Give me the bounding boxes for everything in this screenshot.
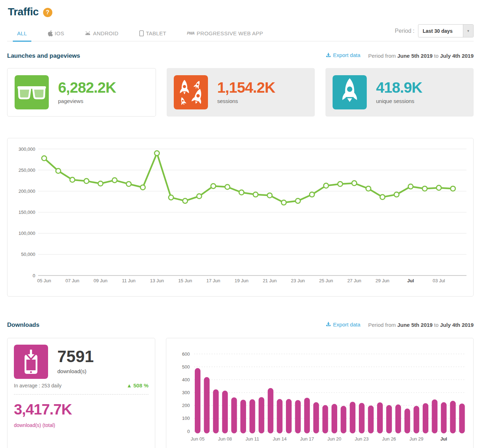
svg-text:11 Jun: 11 Jun — [122, 278, 135, 283]
page-title: Traffic — [8, 6, 39, 18]
svg-text:19 Jun: 19 Jun — [235, 278, 249, 283]
section-title: Downloads — [7, 321, 40, 329]
tablet-icon — [139, 30, 144, 36]
tab-bar: ALL IOS ANDROID — [7, 24, 474, 41]
android-icon — [85, 31, 91, 36]
sessions-card: 1,154.2K sessions — [167, 68, 315, 117]
downloads-delta-badge: ▲ 508 % — [126, 382, 148, 388]
sessions-value: 1,154.2K — [217, 80, 275, 95]
svg-text:27 Jun: 27 Jun — [347, 278, 361, 283]
svg-text:09 Jun: 09 Jun — [94, 278, 108, 283]
period-select-value: Last 30 days — [418, 25, 463, 37]
svg-text:Jun 29: Jun 29 — [409, 436, 423, 442]
period-label: Period : — [395, 28, 414, 34]
downloads-average: In average : 253 daily — [14, 383, 62, 388]
svg-text:13 Jun: 13 Jun — [150, 278, 164, 283]
svg-text:Jun 14: Jun 14 — [273, 436, 287, 442]
tab-ios[interactable]: IOS — [46, 27, 67, 41]
svg-text:250,000: 250,000 — [19, 167, 35, 172]
svg-text:300,000: 300,000 — [19, 146, 35, 151]
tab-label: TABLET — [146, 30, 166, 36]
pageviews-line-chart: 050,000100,000150,000200,000250,000300,0… — [7, 138, 474, 297]
sessions-label: sessions — [217, 98, 275, 104]
svg-text:150,000: 150,000 — [19, 210, 35, 215]
downloads-total-value: 3,417.7K — [14, 401, 148, 418]
tab-progressive-web-app[interactable]: PWA PROGRESSIVE WEB APP — [185, 27, 265, 41]
pageviews-label: pageviews — [58, 98, 116, 104]
download-icon — [326, 53, 331, 58]
downloads-total-label: download(s) (total) — [14, 422, 148, 428]
svg-text:17 Jun: 17 Jun — [206, 278, 220, 283]
downloads-section-head: Downloads Export data Period from June 5… — [7, 321, 474, 329]
tab-all[interactable]: ALL — [15, 27, 29, 41]
svg-text:Jul: Jul — [407, 278, 414, 283]
page-header: Traffic ? — [7, 0, 474, 18]
svg-text:15 Jun: 15 Jun — [178, 278, 192, 283]
launches-section-head: Launches and pageviews Export data Perio… — [7, 52, 474, 60]
tab-label: ALL — [17, 30, 27, 36]
pwa-icon: PWA — [187, 31, 194, 35]
svg-text:0: 0 — [187, 429, 190, 434]
glasses-icon — [15, 75, 49, 109]
tab-tablet[interactable]: TABLET — [137, 27, 168, 41]
rockets-icon — [174, 75, 208, 109]
tab-label: PROGRESSIVE WEB APP — [197, 30, 263, 36]
svg-text:Jun 17: Jun 17 — [300, 436, 314, 442]
rocket-icon — [333, 75, 367, 109]
svg-text:400: 400 — [182, 377, 190, 382]
tab-label: IOS — [55, 30, 64, 36]
svg-text:21 Jun: 21 Jun — [263, 278, 277, 283]
svg-text:03 Jul: 03 Jul — [433, 278, 445, 283]
svg-text:Jun 05: Jun 05 — [191, 436, 204, 442]
pageviews-card: 6,282.2K pageviews — [7, 68, 156, 117]
svg-text:25 Jun: 25 Jun — [319, 278, 333, 283]
svg-text:07 Jun: 07 Jun — [66, 278, 79, 283]
unique-sessions-label: unique sessions — [376, 98, 422, 104]
downloads-value: 7591 — [57, 348, 94, 365]
period-range-text: Period from June 5th 2019 to July 4th 20… — [368, 53, 474, 59]
period-range-text: Period from June 5th 2019 to July 4th 20… — [368, 322, 474, 328]
download-icon — [326, 322, 331, 327]
svg-text:200: 200 — [182, 403, 190, 408]
svg-text:0: 0 — [33, 273, 35, 278]
svg-text:Jul: Jul — [440, 436, 447, 442]
svg-text:500: 500 — [182, 364, 190, 370]
svg-text:Jun 20: Jun 20 — [327, 436, 341, 442]
svg-text:200,000: 200,000 — [19, 188, 35, 194]
export-data-link[interactable]: Export data — [326, 52, 360, 58]
svg-text:100,000: 100,000 — [19, 231, 35, 236]
svg-text:Jun 23: Jun 23 — [355, 436, 369, 442]
unique-sessions-value: 418.9K — [376, 80, 422, 95]
stat-cards-row: 6,282.2K pageviews — [7, 68, 474, 117]
downloads-stat-card: 7591 download(s) In average : 253 daily … — [7, 338, 155, 448]
svg-text:Jun 11: Jun 11 — [246, 436, 259, 442]
downloads-bar-chart: 0100200300400500600Jun 05Jun 08Jun 11Jun… — [166, 338, 474, 448]
svg-text:100: 100 — [182, 416, 190, 421]
export-data-link[interactable]: Export data — [326, 321, 360, 328]
svg-text:Jun 26: Jun 26 — [382, 436, 396, 442]
downloads-label: download(s) — [57, 368, 94, 374]
apple-icon — [48, 30, 53, 36]
chevron-down-icon[interactable]: ▼ — [463, 25, 473, 37]
svg-text:05 Jun: 05 Jun — [37, 278, 51, 283]
pageviews-value: 6,282.2K — [58, 80, 116, 95]
period-select[interactable]: Last 30 days ▼ — [418, 24, 474, 37]
svg-text:23 Jun: 23 Jun — [291, 278, 305, 283]
unique-sessions-card: 418.9K unique sessions — [325, 68, 474, 117]
help-icon[interactable]: ? — [43, 8, 52, 17]
phone-download-icon — [14, 345, 48, 379]
svg-text:600: 600 — [182, 351, 190, 357]
svg-text:50,000: 50,000 — [21, 252, 35, 257]
svg-text:300: 300 — [182, 390, 190, 395]
tab-android[interactable]: ANDROID — [83, 27, 120, 41]
section-title: Launches and pageviews — [7, 52, 80, 60]
svg-text:Jun 08: Jun 08 — [218, 436, 232, 442]
divider — [14, 394, 148, 395]
svg-text:29 Jun: 29 Jun — [376, 278, 390, 283]
tab-label: ANDROID — [93, 30, 118, 36]
